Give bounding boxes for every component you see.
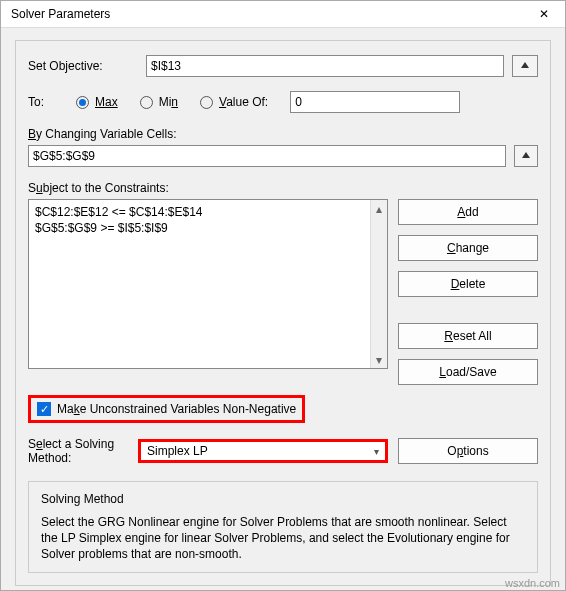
change-button[interactable]: Change: [398, 235, 538, 261]
radio-value-of[interactable]: Value Of:: [200, 95, 268, 109]
changing-cells-row: [28, 145, 538, 167]
listbox-scrollbar[interactable]: ▴ ▾: [370, 200, 387, 368]
to-radio-group: Max Min Value Of:: [76, 91, 460, 113]
changing-cells-input[interactable]: [28, 145, 506, 167]
main-panel: Set Objective: To: Max Min: [15, 40, 551, 586]
dialog-title: Solver Parameters: [11, 7, 110, 21]
radio-max[interactable]: Max: [76, 95, 118, 109]
range-select-icon: [519, 60, 531, 72]
constraints-area: $C$12:$E$12 <= $C$14:$E$14 $G$5:$G$9 >= …: [28, 199, 538, 385]
scroll-up-icon[interactable]: ▴: [371, 200, 388, 217]
changing-cells-range-picker[interactable]: [514, 145, 538, 167]
chevron-down-icon: ▾: [374, 446, 379, 457]
radio-max-indicator: [76, 96, 89, 109]
method-select-value: Simplex LP: [147, 444, 208, 458]
constraint-item[interactable]: $G$5:$G$9 >= $I$5:$I$9: [35, 220, 381, 236]
objective-range-picker[interactable]: [512, 55, 538, 77]
radio-valueof-label: Value Of:: [219, 95, 268, 109]
objective-input[interactable]: [146, 55, 504, 77]
solving-method-desc: Select the GRG Nonlinear engine for Solv…: [41, 514, 525, 562]
to-label: To:: [28, 95, 68, 109]
constraints-listbox[interactable]: $C$12:$E$12 <= $C$14:$E$14 $G$5:$G$9 >= …: [28, 199, 388, 369]
options-button[interactable]: Options: [398, 438, 538, 464]
value-of-input[interactable]: [290, 91, 460, 113]
solving-method-title: Solving Method: [41, 492, 525, 506]
dialog-body: Set Objective: To: Max Min: [1, 28, 565, 591]
reset-all-button[interactable]: Reset All: [398, 323, 538, 349]
by-changing-label: By Changing Variable Cells:: [28, 127, 538, 141]
unconstrained-label: Make Unconstrained Variables Non-Negativ…: [57, 402, 296, 416]
subject-to-label: Subject to the Constraints:: [28, 181, 538, 195]
constraint-buttons: Add Change Delete Reset All Load/Save: [398, 199, 538, 385]
close-icon[interactable]: ✕: [533, 7, 555, 21]
radio-min-label: Min: [159, 95, 178, 109]
load-save-button[interactable]: Load/Save: [398, 359, 538, 385]
solving-method-box: Solving Method Select the GRG Nonlinear …: [28, 481, 538, 573]
radio-min[interactable]: Min: [140, 95, 178, 109]
add-button[interactable]: Add: [398, 199, 538, 225]
set-objective-label: Set Objective:: [28, 59, 138, 73]
radio-min-indicator: [140, 96, 153, 109]
radio-valueof-indicator: [200, 96, 213, 109]
constraint-item[interactable]: $C$12:$E$12 <= $C$14:$E$14: [35, 204, 381, 220]
delete-button[interactable]: Delete: [398, 271, 538, 297]
unconstrained-check-row[interactable]: ✓ Make Unconstrained Variables Non-Negat…: [28, 395, 305, 423]
watermark: wsxdn.com: [505, 577, 560, 589]
to-row: To: Max Min Value Of:: [28, 91, 538, 113]
method-row: Select a Solving Method: Simplex LP ▾ Op…: [28, 437, 538, 465]
scroll-down-icon[interactable]: ▾: [371, 351, 388, 368]
objective-row: Set Objective:: [28, 55, 538, 77]
range-select-icon: [520, 150, 532, 162]
select-method-label: Select a Solving Method:: [28, 437, 128, 465]
titlebar: Solver Parameters ✕: [1, 1, 565, 28]
radio-max-label: Max: [95, 95, 118, 109]
method-select[interactable]: Simplex LP ▾: [138, 439, 388, 463]
checkbox-icon: ✓: [37, 402, 51, 416]
solver-parameters-dialog: Solver Parameters ✕ Set Objective: To: M…: [0, 0, 566, 591]
